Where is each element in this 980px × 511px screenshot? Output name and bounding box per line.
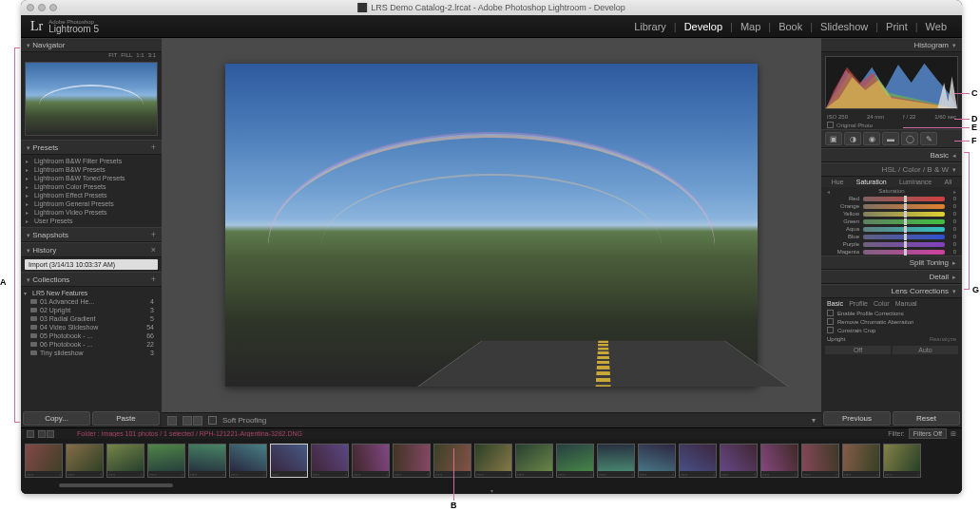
saturation-slider-red[interactable]: Red0 [821,195,962,202]
upright-off-button[interactable]: Off [825,346,891,354]
hsl-header[interactable]: HSL / Color / B & W ▾ [821,162,962,177]
add-collection-icon[interactable]: + [151,274,156,284]
second-window-icon[interactable] [27,430,34,438]
lens-checkbox[interactable]: Enable Profile Corrections [821,309,962,317]
filmstrip[interactable]: ▫▫▫▫▫▫▫▫▫▫▫▫▫▫▫▫▫▫▫▫▫▫▫▫▫▫▫▫▫▫▫▫▫▫▫▫▫▫▫▫… [21,439,962,483]
filmstrip-thumb[interactable]: ▫▫▫▫▫▫ [393,444,431,478]
add-preset-icon[interactable]: + [151,142,156,152]
toolbar-dropdown-icon[interactable]: ▾ [812,416,816,425]
collections-header[interactable]: ▾ Collections+ [21,272,162,287]
filmstrip-thumb[interactable]: ▫▫▫▫▫▫ [188,444,226,478]
add-snapshot-icon[interactable]: + [151,230,156,239]
zoom-icon[interactable] [49,4,57,11]
hsl-tab-hue[interactable]: Hue [832,179,844,185]
filmstrip-thumb[interactable]: ▫▫▫▫▫▫ [597,444,635,478]
collection-item[interactable]: Tiny slideshow3 [21,349,162,357]
hsl-tab-all[interactable]: All [945,179,952,185]
nav-zoom-fit[interactable]: FIT [108,52,117,58]
copy-button[interactable]: Copy... [23,411,90,426]
filmstrip-thumb[interactable]: ▫▫▫▫▫▫ [842,444,880,478]
lens-tab-manual[interactable]: Manual [895,300,917,307]
paste-button[interactable]: Paste [92,411,160,426]
presets-header[interactable]: ▾ Presets+ [21,140,162,155]
filmstrip-thumb[interactable]: ▫▫▫▫▫▫ [433,444,471,478]
upright-auto-button[interactable]: Auto [893,346,958,354]
filmstrip-thumb[interactable]: ▫▫▫▫▫▫ [515,444,553,478]
filmstrip-thumb[interactable]: ▫▫▫▫▫▫ [556,444,594,478]
lens-tab-basic[interactable]: Basic [827,300,843,307]
preset-folder[interactable]: Lightroom Color Presets [21,182,162,191]
filmstrip-thumb[interactable]: ▫▫▫▫▫▫ [352,444,390,478]
nav-zoom-3:1[interactable]: 3:1 [148,52,156,58]
reanalyze-button[interactable]: Reanalyze [930,336,956,342]
filmstrip-thumb[interactable]: ▫▫▫▫▫▫ [106,444,144,478]
module-tab-print[interactable]: Print [880,21,913,32]
hsl-tab-saturation[interactable]: Saturation [856,179,887,185]
loupe-view-icon[interactable] [167,416,177,426]
nav-zoom-fill[interactable]: FILL [121,52,132,58]
close-icon[interactable] [27,4,34,11]
module-tab-map[interactable]: Map [735,21,766,32]
histogram-header[interactable]: Histogram ▾ [821,38,962,52]
history-item[interactable]: Import (3/14/13 10:03:37 AM) [25,259,158,270]
basic-header[interactable]: Basic ◂ [821,148,962,162]
filmstrip-thumb[interactable]: ▫▫▫▫▫▫ [720,444,758,478]
preset-folder[interactable]: Lightroom Video Presets [21,208,162,217]
lens-checkbox[interactable]: Remove Chromatic Aberration [821,317,962,326]
histogram[interactable] [825,56,958,109]
module-tab-web[interactable]: Web [920,21,952,32]
saturation-slider-purple[interactable]: Purple0 [821,240,962,248]
detail-header[interactable]: Detail ▸ [821,270,962,284]
collection-item[interactable]: 03 Radial Gradient5 [21,314,162,323]
brush-tool-icon[interactable]: ✎ [920,132,937,145]
filmstrip-thumb[interactable]: ▫▫▫▫▫▫ [883,444,921,478]
filmstrip-path[interactable]: Folder : Images 101 photos / 1 selected … [58,430,884,437]
filmstrip-thumb[interactable]: ▫▫▫▫▫▫ [474,444,512,478]
preset-folder[interactable]: Lightroom B&W Toned Presets [21,174,162,182]
saturation-slider-magenta[interactable]: Magenta0 [821,248,962,256]
lens-corrections-header[interactable]: Lens Corrections ▾ [821,284,962,298]
minimize-icon[interactable] [38,4,46,11]
filmstrip-thumb[interactable]: ▫▫▫▫▫▫ [801,444,839,478]
filmstrip-thumb[interactable]: ▫▫▫▫▫▫ [270,444,308,478]
filmstrip-thumb[interactable]: ▫▫▫▫▫▫ [679,444,717,478]
filmstrip-collapse-icon[interactable]: ▾ [21,488,962,494]
grad-filter-icon[interactable]: ▬ [882,132,899,145]
collection-item[interactable]: 05 Photobook - ...66 [21,331,162,340]
module-tab-slideshow[interactable]: Slideshow [815,21,874,32]
collection-item[interactable]: 04 Video Slideshow54 [21,323,162,331]
filmstrip-thumb[interactable]: ▫▫▫▫▫▫ [25,444,63,478]
navigator-header[interactable]: ▾ Navigator [21,38,162,52]
collection-item[interactable]: 06 Photobook - ...22 [21,340,162,349]
saturation-slider-aqua[interactable]: Aqua0 [821,225,962,233]
filmstrip-thumb[interactable]: ▫▫▫▫▫▫ [311,444,349,478]
radial-filter-icon[interactable]: ◯ [901,132,918,145]
grid-view-icon[interactable] [38,430,54,438]
spot-tool-icon[interactable]: ◑ [844,132,861,145]
filter-lock-icon[interactable]: ⊞ [951,430,956,438]
preset-folder[interactable]: User Presets [21,217,162,225]
navigator-preview[interactable] [25,62,158,136]
collection-set[interactable]: LR5 New Features [21,289,162,297]
snapshots-header[interactable]: ▾ Snapshots+ [21,227,162,242]
filmstrip-scrollbar[interactable] [21,483,962,488]
saturation-slider-blue[interactable]: Blue0 [821,233,962,240]
filmstrip-thumb[interactable]: ▫▫▫▫▫▫ [760,444,798,478]
hsl-tab-luminance[interactable]: Luminance [899,179,932,185]
saturation-slider-yellow[interactable]: Yellow0 [821,210,962,218]
filmstrip-thumb[interactable]: ▫▫▫▫▫▫ [229,444,267,478]
preset-folder[interactable]: Lightroom B&W Filter Presets [21,157,162,165]
preset-folder[interactable]: Lightroom B&W Presets [21,165,162,174]
history-header[interactable]: ▾ History× [21,242,162,257]
module-tab-library[interactable]: Library [628,21,672,32]
before-after-icon[interactable] [183,416,202,426]
softproof-checkbox[interactable] [208,416,217,425]
module-tab-develop[interactable]: Develop [679,21,728,32]
collection-item[interactable]: 01 Advanced He...4 [21,297,162,306]
lens-checkbox[interactable]: Constrain Crop [821,326,962,334]
preset-folder[interactable]: Lightroom Effect Presets [21,191,162,199]
crop-tool-icon[interactable]: ▣ [825,132,842,145]
preset-folder[interactable]: Lightroom General Presets [21,199,162,208]
module-tab-book[interactable]: Book [773,21,808,32]
previous-button[interactable]: Previous [823,411,891,426]
